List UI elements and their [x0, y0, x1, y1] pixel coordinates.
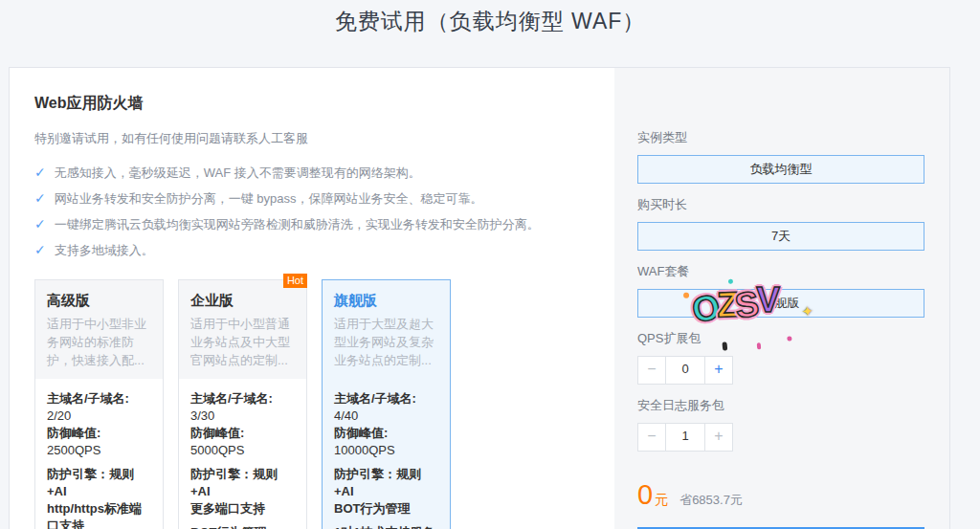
- plan-specs: 主域名/子域名: 3/30 防御峰值: 5000QPS 防护引擎：规则+AI 更…: [179, 379, 306, 529]
- minus-icon[interactable]: −: [638, 424, 665, 451]
- product-subtitle: 特别邀请试用，如有任何使用问题请联系人工客服: [34, 130, 596, 147]
- plan-header: 企业版 适用于中小型普通业务站点及中大型官网站点的定制...: [179, 280, 306, 379]
- spec-line: 主域名/子域名: 2/20: [47, 390, 151, 425]
- spec-value: 2500QPS: [47, 443, 100, 457]
- spec-line: 1对1技术支持服务: [334, 524, 438, 529]
- waf-package-select[interactable]: 旗舰版: [637, 289, 924, 318]
- check-icon: ✓: [34, 242, 46, 257]
- plan-card-flagship[interactable]: 旗舰版 适用于大型及超大型业务网站及复杂业务站点的定制... 主域名/子域名: …: [322, 279, 451, 529]
- spec-value: 2/20: [47, 408, 71, 423]
- plan-card-enterprise[interactable]: Hot 企业版 适用于中小型普通业务站点及中大型官网站点的定制... 主域名/子…: [178, 279, 307, 529]
- plan-header: 高级版 适用于中小型非业务网站的标准防护，快速接入配...: [35, 280, 163, 379]
- feature-text: 支持多地域接入。: [55, 243, 154, 257]
- spec-value: 5000QPS: [190, 443, 244, 457]
- spec-group: 防护引擎：规则+AI 更多端口支持: [190, 466, 295, 518]
- product-title: Web应用防火墙: [34, 94, 596, 114]
- plan-description: 适用于中小型普通业务站点及中大型官网站点的定制...: [190, 315, 295, 369]
- plan-description: 适用于大型及超大型业务网站及复杂业务站点的定制...: [334, 315, 438, 369]
- order-config-sidebar: 实例类型 负载均衡型 购买时长 7天 WAF套餐 旗舰版 QPS扩展包 − 0 …: [614, 68, 949, 529]
- plus-icon[interactable]: +: [705, 357, 732, 384]
- price-row: 0 元 省6853.7元: [637, 479, 924, 511]
- spec-label: 防护引擎：规则+AI: [47, 467, 134, 498]
- spec-group: 主域名/子域名: 2/20 防御峰值: 2500QPS: [47, 390, 151, 459]
- spec-group: 主域名/子域名: 3/30 防御峰值: 5000QPS: [190, 390, 295, 459]
- spec-line: 更多端口支持: [190, 500, 295, 518]
- spec-line: 防护引擎：规则+AI: [190, 466, 295, 500]
- feature-item: ✓一键绑定腾讯云负载均衡实现网站旁路检测和威胁清洗，实现业务转发和安全防护分离。: [34, 211, 596, 237]
- plan-header: 旗舰版 适用于大型及超大型业务网站及复杂业务站点的定制...: [323, 280, 450, 379]
- check-icon: ✓: [34, 190, 46, 206]
- instance-type-label: 实例类型: [637, 129, 924, 146]
- feature-item: ✓网站业务转发和安全防护分离，一键 bypass，保障网站业务安全、稳定可靠。: [34, 186, 596, 211]
- spec-group: BOT行为管理: [190, 524, 295, 529]
- product-info-section: Web应用防火墙 特别邀请试用，如有任何使用问题请联系人工客服 ✓无感知接入，毫…: [10, 68, 615, 529]
- check-icon: ✓: [34, 165, 46, 180]
- spec-value: 3/30: [190, 408, 214, 423]
- plan-description: 适用于中小型非业务网站的标准防护，快速接入配...: [47, 315, 151, 369]
- spec-group: 主域名/子域名: 4/40 防御峰值: 10000QPS: [334, 390, 438, 459]
- spec-group: 防护引擎：规则+AI BOT行为管理: [334, 466, 438, 518]
- feature-item: ✓支持多地域接入。: [34, 237, 596, 263]
- spec-label: 防御峰值:: [190, 426, 244, 440]
- spec-group: 1对1技术支持服务 定制功能：泛域名支持: [334, 524, 438, 529]
- spec-value: 4/40: [334, 408, 358, 423]
- feature-text: 无感知接入，毫秒级延迟，WAF 接入不需要调整现有的网络架构。: [55, 165, 421, 180]
- check-icon: ✓: [34, 216, 46, 231]
- plan-name: 企业版: [190, 292, 295, 310]
- plan-name: 旗舰版: [334, 292, 438, 310]
- spec-line: BOT行为管理: [190, 524, 295, 529]
- spec-label: BOT行为管理: [334, 501, 410, 516]
- duration-label: 购买时长: [637, 196, 924, 213]
- instance-type-select[interactable]: 负载均衡型: [637, 155, 924, 184]
- minus-icon[interactable]: −: [638, 357, 665, 384]
- spec-label: 防护引擎：规则+AI: [190, 467, 278, 498]
- plan-name: 高级版: [47, 292, 151, 310]
- price-currency: 元: [655, 492, 668, 509]
- feature-text: 网站业务转发和安全防护分离，一键 bypass，保障网站业务安全、稳定可靠。: [55, 191, 483, 206]
- spec-label: 主域名/子域名:: [190, 391, 273, 406]
- spec-label: 防护引擎：规则+AI: [334, 467, 421, 498]
- price-amount: 0: [637, 479, 653, 511]
- plus-icon[interactable]: +: [705, 424, 732, 451]
- spec-label: 主域名/子域名:: [47, 391, 129, 406]
- spec-line: 主域名/子域名: 4/40: [334, 390, 438, 425]
- spec-line: 防护引擎：规则+AI: [334, 466, 438, 500]
- spec-label: http/https标准端口支持: [47, 501, 142, 529]
- spec-value: 10000QPS: [334, 443, 395, 457]
- qps-pack-stepper: − 0 +: [637, 356, 733, 385]
- spec-line: 主域名/子域名: 3/30: [190, 390, 295, 425]
- price-savings: 省6853.7元: [679, 492, 743, 509]
- purchase-panel: Web应用防火墙 特别邀请试用，如有任何使用问题请联系人工客服 ✓无感知接入，毫…: [9, 67, 950, 529]
- duration-select[interactable]: 7天: [637, 222, 924, 251]
- spec-group: 防护引擎：规则+AI http/https标准端口支持: [47, 466, 151, 529]
- feature-text: 一键绑定腾讯云负载均衡实现网站旁路检测和威胁清洗，实现业务转发和安全防护分离。: [55, 217, 540, 231]
- spec-label: BOT行为管理: [190, 525, 266, 529]
- plan-card-list: 高级版 适用于中小型非业务网站的标准防护，快速接入配... 主域名/子域名: 2…: [34, 279, 596, 529]
- feature-list: ✓无感知接入，毫秒级延迟，WAF 接入不需要调整现有的网络架构。 ✓网站业务转发…: [34, 160, 596, 263]
- hot-badge: Hot: [283, 274, 307, 288]
- spec-label: 更多端口支持: [190, 501, 265, 516]
- spec-line: BOT行为管理: [334, 500, 438, 518]
- spec-line: 防御峰值: 5000QPS: [190, 425, 295, 459]
- qps-pack-label: QPS扩展包: [637, 330, 924, 347]
- feature-item: ✓无感知接入，毫秒级延迟，WAF 接入不需要调整现有的网络架构。: [34, 160, 596, 186]
- page-title: 免费试用（负载均衡型 WAF）: [0, 0, 980, 36]
- qps-pack-value[interactable]: 0: [665, 357, 705, 384]
- log-pack-label: 安全日志服务包: [637, 397, 924, 414]
- spec-label: 防御峰值:: [47, 426, 100, 440]
- plan-specs: 主域名/子域名: 2/20 防御峰值: 2500QPS 防护引擎：规则+AI h…: [35, 379, 163, 529]
- log-pack-value[interactable]: 1: [665, 424, 705, 451]
- log-pack-stepper: − 1 +: [637, 423, 733, 452]
- plan-specs: 主域名/子域名: 4/40 防御峰值: 10000QPS 防护引擎：规则+AI …: [323, 379, 450, 529]
- spec-label: 1对1技术支持服务: [334, 525, 434, 529]
- plan-card-advanced[interactable]: 高级版 适用于中小型非业务网站的标准防护，快速接入配... 主域名/子域名: 2…: [34, 279, 164, 529]
- spec-line: 防御峰值: 10000QPS: [334, 425, 438, 459]
- spec-label: 防御峰值:: [334, 426, 388, 440]
- spec-label: 主域名/子域名:: [334, 391, 416, 406]
- spec-line: 防护引擎：规则+AI: [47, 466, 151, 500]
- spec-line: 防御峰值: 2500QPS: [47, 425, 151, 459]
- waf-package-label: WAF套餐: [637, 263, 924, 280]
- spec-line: http/https标准端口支持: [47, 500, 151, 529]
